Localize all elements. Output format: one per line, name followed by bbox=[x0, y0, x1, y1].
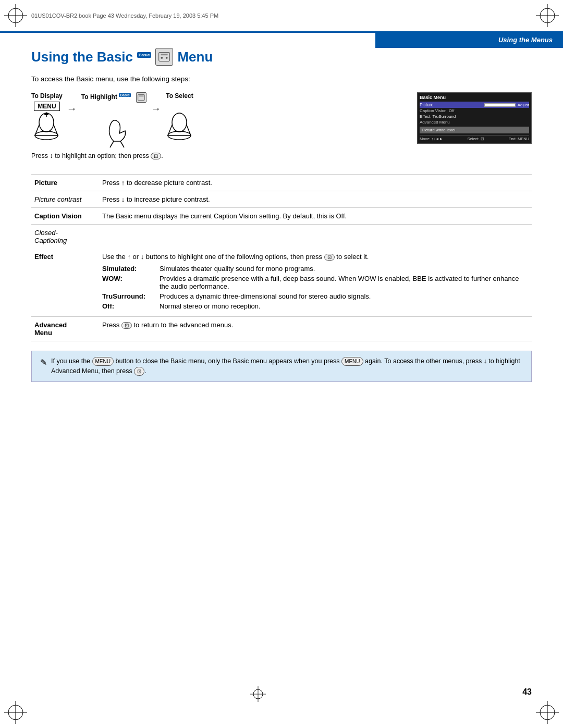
step-labels: To Display MENU bbox=[31, 92, 407, 149]
step-highlight: To Highlight Basic bbox=[81, 92, 146, 149]
svg-line-25 bbox=[110, 141, 114, 147]
menu-screen-adjust: Adjust bbox=[518, 103, 529, 107]
hand-press-icon bbox=[32, 112, 61, 146]
menu-screen-item-0: Caption Vision: Off bbox=[420, 108, 529, 114]
menu-move: Move: ↑↓◄► bbox=[420, 137, 443, 141]
sub-item-wow: WOW: Provides a dramatic presence with a… bbox=[102, 275, 529, 290]
menu-screen-picture-label: Picture bbox=[420, 102, 433, 107]
table-row-picture-contrast: Picture contrast Press ↓ to increase pic… bbox=[31, 191, 532, 208]
intro-text: To access the Basic menu, use the follow… bbox=[31, 75, 532, 83]
sub-label-off: Off: bbox=[102, 302, 160, 310]
table-row-cc: Closed-Captioning bbox=[31, 225, 532, 249]
step-display-label: To Display bbox=[31, 92, 63, 100]
sub-label-trusurround: TruSurround: bbox=[102, 292, 160, 300]
svg-rect-13 bbox=[161, 54, 168, 55]
menu-screen: Basic Menu Picture Adjust Caption Vision… bbox=[417, 92, 532, 144]
sub-text-wow: Provides a dramatic presence with a full… bbox=[160, 275, 529, 290]
basic-icon-highlight: Basic bbox=[119, 93, 131, 97]
menu-text: MENU bbox=[34, 102, 59, 111]
steps-left: To Display MENU bbox=[31, 92, 407, 167]
table-label-picture-contrast: Picture contrast bbox=[31, 191, 99, 208]
title-bar-text: Using the Menus bbox=[498, 36, 553, 44]
svg-rect-24 bbox=[139, 95, 143, 96]
table-row-advanced: AdvancedMenu Press ⊡ to return to the ad… bbox=[31, 317, 532, 341]
svg-line-26 bbox=[120, 141, 124, 147]
sub-label-simulated: Simulated: bbox=[102, 265, 160, 273]
svg-point-15 bbox=[166, 57, 168, 59]
table-text-effect: Use the ↑ or ↓ buttons to highlight one … bbox=[99, 249, 532, 317]
step-display: To Display MENU bbox=[31, 92, 63, 146]
table-label-effect: Effect bbox=[31, 249, 99, 317]
blue-line-left bbox=[0, 31, 375, 33]
menu-screen-picture-row: Picture Adjust bbox=[420, 102, 529, 108]
sub-text-trusurround: Produces a dynamic three-dimensional sou… bbox=[160, 292, 371, 300]
info-table: Picture Press ↑ to decrease picture cont… bbox=[31, 174, 532, 341]
step-select: To Select bbox=[165, 92, 194, 146]
menu-btn-note: MENU bbox=[92, 357, 114, 366]
table-text-advanced: Press ⊡ to return to the advanced menus. bbox=[99, 317, 532, 341]
menu-screen-title: Basic Menu bbox=[420, 95, 529, 100]
svg-rect-12 bbox=[159, 53, 170, 61]
sub-item-off: Off: Normal stereo or mono reception. bbox=[102, 302, 529, 310]
svg-rect-23 bbox=[138, 95, 145, 101]
title-bar: Using the Menus bbox=[375, 31, 563, 48]
table-text-picture-contrast: Press ↓ to increase picture contrast. bbox=[99, 191, 532, 208]
svg-point-27 bbox=[172, 113, 187, 132]
reg-mark-bl bbox=[4, 701, 27, 724]
header-meta: 01US01COV-BR2.book Page 43 Wednesday, Fe… bbox=[31, 13, 218, 19]
menu-btn-note2: MENU bbox=[341, 357, 363, 366]
arrow-1: → bbox=[67, 103, 77, 115]
hand-swipe-icon bbox=[100, 115, 128, 149]
menu-screen-item-2: Advanced Menu bbox=[420, 119, 529, 125]
step-select-label: To Select bbox=[166, 92, 193, 100]
sub-item-trusurround: TruSurround: Produces a dynamic three-di… bbox=[102, 292, 529, 300]
table-label-cc: Closed-Captioning bbox=[31, 225, 99, 249]
sub-item-simulated: Simulated: Simulates theater quality sou… bbox=[102, 265, 529, 273]
menu-screen-picture-bar bbox=[484, 103, 516, 107]
sub-text-simulated: Simulates theater quality sound for mono… bbox=[160, 265, 315, 273]
page-title: Using the Basic Basic Menu bbox=[31, 48, 532, 66]
step-highlight-label: To Highlight Basic bbox=[81, 92, 146, 103]
table-text-picture: Press ↑ to decrease picture contrast. bbox=[99, 175, 532, 191]
table-label-advanced: AdvancedMenu bbox=[31, 317, 99, 341]
menu-screen-item-1: Effect: TruSurround bbox=[420, 114, 529, 119]
menu-label-box: MENU bbox=[32, 102, 61, 146]
page-title-suffix: Menu bbox=[177, 49, 213, 65]
table-row-picture: Picture Press ↑ to decrease picture cont… bbox=[31, 175, 532, 191]
enter-btn-advanced: ⊡ bbox=[121, 322, 132, 329]
svg-point-14 bbox=[161, 57, 163, 59]
table-row-caption: Caption Vision The Basic menu displays t… bbox=[31, 208, 532, 225]
main-content: Using the Basic Basic Menu To access the… bbox=[31, 48, 532, 676]
steps-section: To Display MENU bbox=[31, 92, 532, 167]
remote-icon bbox=[155, 48, 173, 66]
enter-btn-note: ⊡ bbox=[134, 367, 144, 376]
reg-mark-br bbox=[536, 701, 559, 724]
enter-btn-icon: ⊡ bbox=[151, 153, 161, 159]
table-row-effect: Effect Use the ↑ or ↓ buttons to highlig… bbox=[31, 249, 532, 317]
press-text: Press ↕ to highlight an option; then pre… bbox=[31, 152, 407, 159]
note-icon: ✎ bbox=[40, 357, 47, 367]
menu-select: Select: ⊡ bbox=[468, 137, 484, 141]
table-label-caption: Caption Vision bbox=[31, 208, 99, 225]
table-text-caption: The Basic menu displays the current Capt… bbox=[99, 208, 532, 225]
header-bar: 01US01COV-BR2.book Page 43 Wednesday, Fe… bbox=[0, 0, 563, 31]
reg-mark-bottom-left bbox=[250, 686, 266, 702]
note-text: If you use the MENU button to close the … bbox=[51, 356, 523, 376]
sub-label-wow: WOW: bbox=[102, 275, 160, 290]
page-number: 43 bbox=[522, 687, 532, 697]
hand-select-icon bbox=[165, 112, 194, 146]
arrow-2: → bbox=[151, 103, 161, 115]
sub-text-off: Normal stereo or mono reception. bbox=[160, 302, 261, 310]
table-text-cc bbox=[99, 225, 532, 249]
enter-btn-effect: ⊡ bbox=[324, 254, 335, 261]
page-title-prefix: Using the Basic bbox=[31, 49, 133, 65]
note-box: ✎ If you use the MENU button to close th… bbox=[31, 351, 532, 382]
menu-screen-bottom: Move: ↑↓◄► Select: ⊡ End: MENU bbox=[420, 135, 529, 141]
table-label-picture: Picture bbox=[31, 175, 99, 191]
basic-badge: Basic bbox=[137, 52, 151, 58]
remote-small-icon bbox=[136, 92, 146, 103]
menu-screen-gray: Picture white level bbox=[420, 127, 529, 133]
menu-end: End: MENU bbox=[508, 137, 529, 141]
